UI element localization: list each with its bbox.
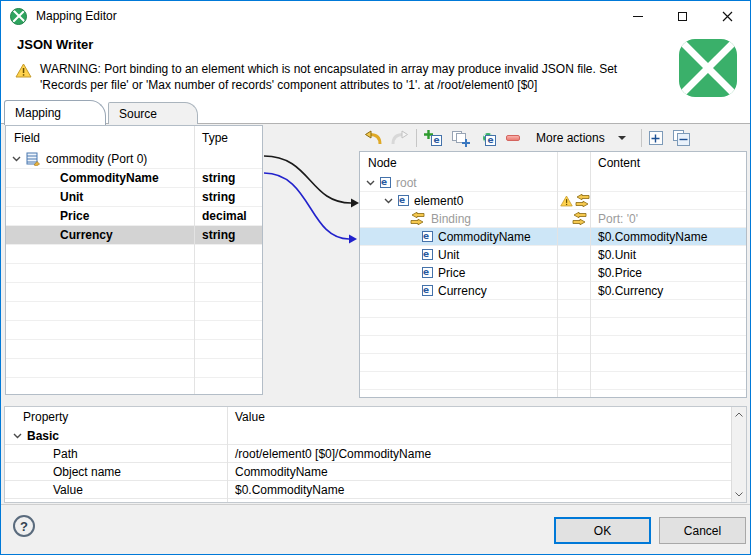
ok-button[interactable]: OK — [554, 517, 651, 544]
window-title: Mapping Editor — [36, 9, 117, 23]
warning-icon — [15, 63, 32, 78]
plus-icon — [462, 139, 470, 147]
empty-row — [6, 264, 262, 283]
minimize-icon — [633, 16, 643, 17]
maximize-icon — [678, 12, 687, 21]
empty-row — [6, 340, 262, 359]
expand-all-icon — [649, 131, 663, 145]
close-icon — [722, 11, 733, 22]
field-column-header: Field — [6, 126, 194, 150]
element-icon: e — [422, 285, 433, 296]
redo-button[interactable] — [389, 130, 409, 146]
output-node-table: Node Content e root e element0 — [359, 151, 747, 398]
binding-icon — [410, 212, 425, 225]
close-button[interactable] — [705, 1, 750, 31]
content-column-header: Content — [590, 152, 746, 174]
table-row-node[interactable]: e Unit $0.Unit — [360, 246, 746, 264]
type-column-header: Type — [194, 126, 262, 150]
element-icon: e — [422, 249, 433, 260]
scroll-down-button[interactable] — [732, 487, 747, 502]
binding-icon — [575, 194, 590, 207]
table-row-node[interactable]: e Currency $0.Currency — [360, 282, 746, 300]
element-icon: e — [380, 177, 391, 188]
chevron-down-icon[interactable] — [12, 156, 21, 162]
more-actions-button[interactable]: More actions — [526, 129, 634, 147]
table-row-field[interactable]: Price decimal — [6, 207, 262, 226]
help-button[interactable]: ? — [13, 515, 35, 537]
input-field-table: Field Type commodity (Port 0) — [5, 125, 263, 395]
table-row-field[interactable]: CommodityName string — [6, 169, 262, 188]
tab-mapping[interactable]: Mapping — [4, 100, 106, 125]
record-icon — [26, 152, 41, 166]
tab-source[interactable]: Source — [108, 102, 198, 124]
mapping-editor-dialog: Mapping Editor JSON Writer WARNING: Port… — [0, 0, 751, 555]
warning-banner: WARNING: Port binding to an element whic… — [15, 61, 654, 93]
property-row[interactable]: Path /root/element0 [$0]/CommodityName — [5, 445, 746, 463]
element-icon: e — [422, 267, 433, 278]
chevron-down-icon[interactable] — [384, 198, 393, 204]
titlebar: Mapping Editor — [1, 1, 750, 31]
scrollbar-vertical[interactable] — [731, 407, 746, 502]
value-column-header: Value — [227, 407, 746, 427]
add-wildcard-element-button[interactable]: e — [478, 130, 497, 147]
property-group-basic[interactable]: Basic — [5, 427, 746, 445]
empty-row — [6, 378, 262, 395]
empty-row — [6, 245, 262, 264]
expand-all-button[interactable] — [649, 131, 663, 145]
empty-row — [360, 300, 746, 318]
element-icon: e — [431, 135, 442, 146]
chevron-down-icon[interactable] — [13, 433, 22, 439]
cancel-button[interactable]: Cancel — [659, 517, 746, 544]
empty-row — [360, 390, 746, 398]
table-row-field-selected[interactable]: Currency string — [6, 226, 262, 245]
empty-row — [360, 318, 746, 336]
empty-row — [6, 283, 262, 302]
redo-icon — [389, 130, 409, 146]
dropdown-caret-icon — [618, 136, 626, 140]
empty-row — [360, 336, 746, 354]
chevron-down-icon[interactable] — [366, 180, 375, 186]
table-row-node-element0[interactable]: e element0 — [360, 192, 746, 210]
element-icon: e — [398, 195, 409, 206]
warning-text: WARNING: Port binding to an element whic… — [40, 61, 654, 93]
clover-logo-icon — [679, 39, 737, 97]
empty-row — [360, 354, 746, 372]
empty-row — [6, 321, 262, 340]
minimize-button[interactable] — [615, 1, 660, 31]
remove-button[interactable] — [506, 135, 520, 141]
page-title: JSON Writer — [17, 37, 93, 52]
binding-icon — [572, 212, 587, 225]
undo-button[interactable] — [364, 130, 384, 146]
property-row[interactable]: Object name CommodityName — [5, 463, 746, 481]
maximize-button[interactable] — [660, 1, 705, 31]
property-column-header: Property — [5, 407, 227, 427]
table-row-binding[interactable]: Binding Port: '0' — [360, 210, 746, 228]
table-row-node-root[interactable]: e root — [360, 174, 746, 192]
node-column-header: Node — [360, 152, 557, 174]
property-table: Property Value Basic Path /root/element0… — [4, 406, 747, 503]
scroll-up-button[interactable] — [732, 407, 747, 422]
table-row-node[interactable]: e Price $0.Price — [360, 264, 746, 282]
add-element-button[interactable]: e — [424, 130, 443, 147]
table-row-field[interactable]: Unit string — [6, 188, 262, 207]
property-row[interactable]: Value $0.CommodityName — [5, 481, 746, 499]
remove-icon — [506, 135, 520, 141]
table-row-port-record[interactable]: commodity (Port 0) — [6, 150, 262, 169]
collapse-all-button[interactable] — [673, 130, 691, 147]
element-icon: e — [422, 231, 433, 242]
empty-row — [6, 302, 262, 321]
add-attribute-button[interactable] — [451, 130, 470, 147]
empty-row — [360, 372, 746, 390]
empty-row — [6, 359, 262, 378]
clover-app-icon — [10, 8, 27, 25]
undo-icon — [364, 130, 384, 146]
table-row-node-selected[interactable]: e CommodityName $0.CommodityName — [360, 228, 746, 246]
warning-icon — [560, 195, 573, 207]
mapping-toolbar: e e More actions — [359, 125, 747, 151]
